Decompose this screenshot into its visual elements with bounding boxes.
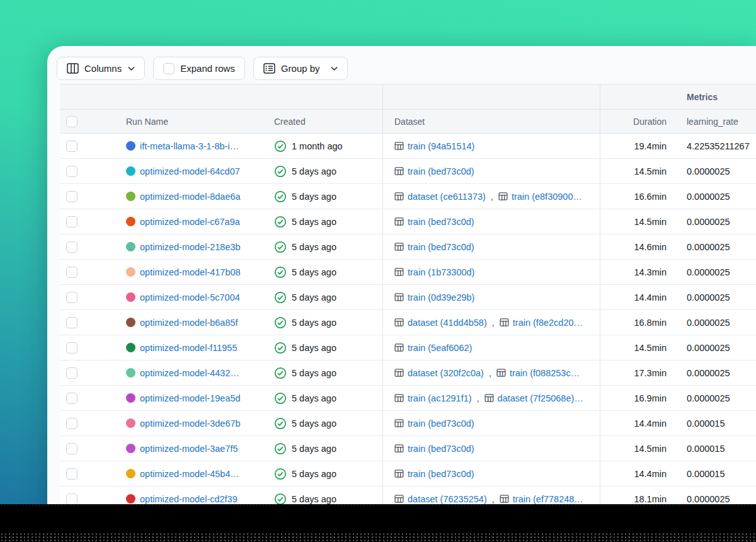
- run-name-link[interactable]: optimized-model-cd2f39: [140, 494, 238, 504]
- row-checkbox[interactable]: [66, 216, 77, 228]
- table-row: optimized-model-8dae6a5 days agodataset …: [60, 184, 756, 209]
- dataset-link[interactable]: train (5eaf6062): [408, 343, 472, 353]
- dataset-link[interactable]: dataset (320f2c0a): [408, 368, 484, 378]
- table-grid-icon: [394, 469, 404, 478]
- dataset-entry: train (e8f30900…: [498, 192, 582, 202]
- run-duration: 14.5min: [600, 159, 675, 183]
- run-color-dot: [126, 318, 135, 327]
- row-checkbox[interactable]: [66, 166, 77, 177]
- dataset-link[interactable]: dataset (76235254): [408, 494, 487, 504]
- check-circle-icon: [274, 417, 287, 430]
- row-checkbox[interactable]: [66, 443, 77, 454]
- table-row: optimized-model-45b4…5 days agotrain (be…: [60, 461, 756, 487]
- table-row: optimized-model-b6a85f5 days agodataset …: [60, 310, 756, 335]
- dataset-link[interactable]: train (ef778248…: [513, 494, 583, 504]
- run-name-link[interactable]: optimized-model-218e3b: [140, 242, 241, 252]
- runs-table-card: Columns Expand rows Group by Metrics: [47, 46, 756, 542]
- run-name-link[interactable]: optimized-model-417b08: [140, 267, 241, 277]
- run-duration: 14.5min: [600, 335, 675, 360]
- expand-rows-checkbox[interactable]: [163, 63, 175, 74]
- learning-rate-column-header[interactable]: learning_rate: [675, 110, 756, 133]
- run-color-dot: [126, 418, 135, 428]
- row-checkbox[interactable]: [66, 468, 77, 480]
- dataset-link[interactable]: train (bed73c0d): [408, 444, 474, 454]
- dataset-entry: train (ef778248…: [500, 494, 583, 504]
- dataset-column-header[interactable]: Dataset: [382, 110, 600, 133]
- dataset-entry: train (f8e2cd20…: [500, 318, 583, 328]
- row-checkbox[interactable]: [66, 141, 77, 152]
- run-name-column-header[interactable]: Run Name: [101, 110, 274, 133]
- row-checkbox[interactable]: [66, 418, 77, 429]
- check-circle-icon: [274, 140, 287, 153]
- run-name-link[interactable]: optimized-model-3ae7f5: [140, 444, 238, 454]
- run-name-link[interactable]: optimized-model-f11955: [140, 343, 237, 353]
- row-checkbox[interactable]: [66, 191, 77, 202]
- run-learning-rate: 0.0000025: [675, 184, 756, 209]
- row-checkbox[interactable]: [66, 267, 77, 278]
- runs-table: Metrics Run Name Created Dataset Duratio…: [60, 84, 756, 512]
- dataset-entry: train (bed73c0d): [394, 166, 474, 176]
- run-color-dot: [126, 242, 135, 251]
- row-checkbox[interactable]: [66, 393, 77, 404]
- columns-button[interactable]: Columns: [57, 57, 145, 80]
- run-name-link[interactable]: optimized-model-b6a85f: [140, 318, 238, 328]
- select-all-checkbox[interactable]: [66, 116, 77, 127]
- run-name-link[interactable]: optimized-model-45b4…: [140, 469, 239, 479]
- created-column-header[interactable]: Created: [274, 110, 382, 133]
- run-name-link[interactable]: optimized-model-8dae6a: [140, 192, 241, 202]
- row-checkbox[interactable]: [66, 317, 77, 328]
- check-circle-icon: [274, 291, 287, 304]
- run-color-dot: [126, 166, 135, 176]
- dataset-link[interactable]: dataset (41dd4b58): [408, 318, 487, 328]
- duration-column-header[interactable]: Duration: [600, 110, 675, 133]
- check-circle-icon: [274, 442, 287, 455]
- row-checkbox[interactable]: [66, 292, 77, 303]
- dataset-link[interactable]: train (e8f30900…: [512, 192, 582, 202]
- row-checkbox[interactable]: [66, 241, 77, 253]
- dataset-entry: train (bed73c0d): [394, 217, 474, 227]
- dataset-link[interactable]: train (bed73c0d): [408, 217, 474, 227]
- dataset-link[interactable]: train (f088253c…: [510, 368, 580, 378]
- column-header-row: Run Name Created Dataset Duration learni…: [60, 110, 756, 134]
- table-grid-icon: [394, 267, 404, 277]
- dataset-link[interactable]: dataset (7f25068e)…: [498, 393, 583, 403]
- check-circle-icon: [274, 241, 287, 253]
- run-name-link[interactable]: ift-meta-llama-3-1-8b-i…: [140, 141, 239, 151]
- table-grid-icon: [394, 242, 404, 251]
- run-color-dot: [126, 217, 135, 226]
- dataset-link[interactable]: train (bed73c0d): [408, 166, 474, 176]
- dataset-link[interactable]: train (94a51514): [408, 141, 474, 151]
- dataset-link[interactable]: train (1b73300d): [408, 267, 474, 277]
- dataset-link[interactable]: train (ac1291f1): [408, 393, 472, 403]
- run-name-link[interactable]: optimized-model-19ea5d: [140, 393, 241, 403]
- run-name-link[interactable]: optimized-model-64cd07: [140, 166, 240, 176]
- columns-icon: [67, 63, 79, 74]
- dataset-link[interactable]: train (bed73c0d): [408, 469, 474, 479]
- table-grid-icon: [394, 343, 404, 352]
- run-learning-rate: 0.0000025: [675, 335, 756, 360]
- created-time: 5 days ago: [292, 318, 336, 328]
- dataset-link[interactable]: train (bed73c0d): [408, 242, 474, 252]
- run-learning-rate: 0.0000025: [675, 310, 756, 335]
- group-by-button[interactable]: Group by: [253, 57, 348, 80]
- table-body: ift-meta-llama-3-1-8b-i…1 month agotrain…: [60, 134, 756, 512]
- run-name-link[interactable]: optimized-model-4432…: [140, 368, 239, 378]
- dataset-entry: dataset (76235254): [394, 494, 487, 504]
- table-row: ift-meta-llama-3-1-8b-i…1 month agotrain…: [60, 134, 756, 159]
- dataset-link[interactable]: train (f8e2cd20…: [513, 318, 583, 328]
- run-color-dot: [126, 368, 135, 378]
- dataset-link[interactable]: train (bed73c0d): [408, 418, 474, 429]
- run-name-link[interactable]: optimized-model-5c7004: [140, 292, 240, 303]
- created-time: 1 month ago: [292, 141, 343, 151]
- row-checkbox[interactable]: [66, 342, 77, 354]
- run-duration: 16.8min: [600, 310, 675, 335]
- expand-rows-button[interactable]: Expand rows: [153, 57, 245, 80]
- run-name-link[interactable]: optimized-model-3de67b: [140, 418, 241, 429]
- run-name-link[interactable]: optimized-model-c67a9a: [140, 217, 240, 227]
- table-grid-icon: [394, 393, 404, 403]
- run-duration: 14.4min: [600, 411, 675, 435]
- dataset-link[interactable]: dataset (ce611373): [408, 192, 486, 202]
- row-checkbox[interactable]: [66, 493, 77, 505]
- dataset-link[interactable]: train (0d39e29b): [408, 292, 474, 303]
- row-checkbox[interactable]: [66, 367, 77, 379]
